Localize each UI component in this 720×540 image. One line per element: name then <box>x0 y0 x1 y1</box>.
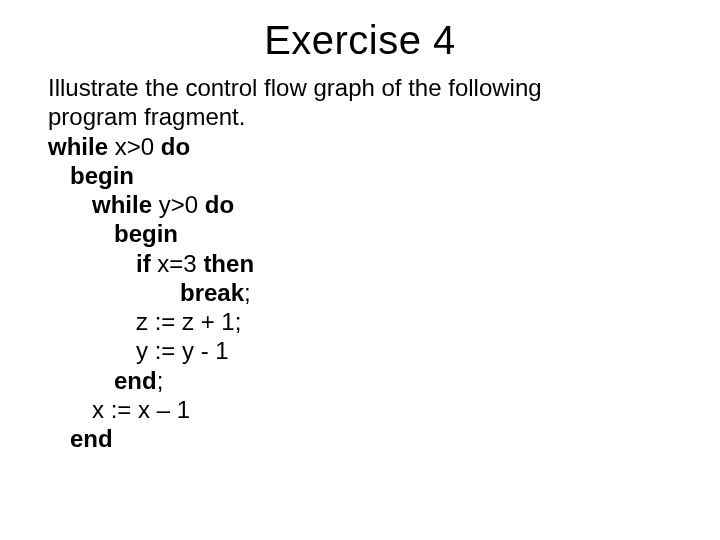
intro-line-1: Illustrate the control flow graph of the… <box>48 73 680 102</box>
expr-cond1: x>0 <box>108 133 161 160</box>
kw-do: do <box>205 191 234 218</box>
slide-title: Exercise 4 <box>0 18 720 63</box>
code-line-9: end; <box>48 366 680 395</box>
kw-begin: begin <box>114 220 178 247</box>
semi: ; <box>157 367 164 394</box>
intro-line-2: program fragment. <box>48 102 680 131</box>
code-line-1: while x>0 do <box>48 132 680 161</box>
code-line-10: x := x – 1 <box>48 395 680 424</box>
kw-if: if <box>136 250 151 277</box>
kw-begin: begin <box>70 162 134 189</box>
semi: ; <box>244 279 251 306</box>
code-line-5: if x=3 then <box>48 249 680 278</box>
kw-while: while <box>92 191 152 218</box>
kw-break: break <box>180 279 244 306</box>
code-line-11: end <box>48 424 680 453</box>
kw-do: do <box>161 133 190 160</box>
kw-then: then <box>203 250 254 277</box>
expr-cond2: y>0 <box>152 191 205 218</box>
slide-body: Illustrate the control flow graph of the… <box>48 73 680 453</box>
code-line-7: z := z + 1; <box>48 307 680 336</box>
code-line-3: while y>0 do <box>48 190 680 219</box>
slide: Exercise 4 Illustrate the control flow g… <box>0 18 720 540</box>
kw-while: while <box>48 133 108 160</box>
code-line-2: begin <box>48 161 680 190</box>
kw-end: end <box>114 367 157 394</box>
code-line-6: break; <box>48 278 680 307</box>
kw-end: end <box>70 425 113 452</box>
expr-cond3: x=3 <box>151 250 204 277</box>
code-line-4: begin <box>48 219 680 248</box>
code-line-8: y := y - 1 <box>48 336 680 365</box>
